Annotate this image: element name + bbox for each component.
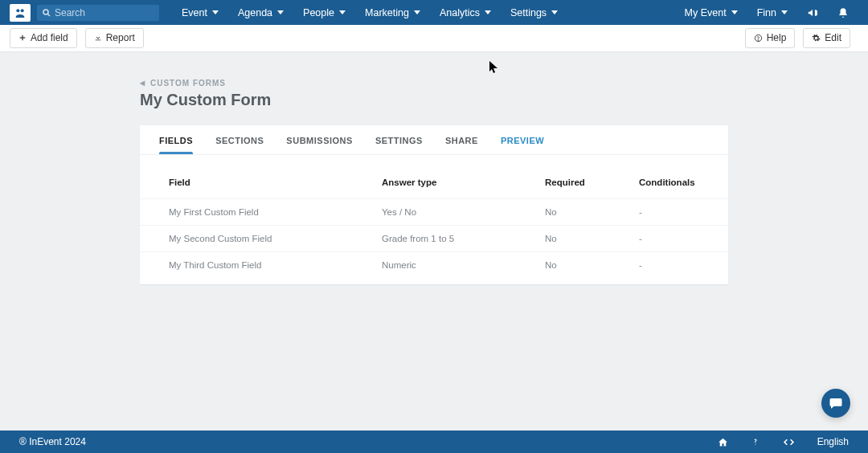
search-container — [37, 5, 159, 21]
cell-conditionals: - — [639, 207, 699, 217]
nav-items: Event Agenda People Marketing Analytics … — [172, 0, 567, 25]
nav-my-event[interactable]: My Event — [675, 0, 747, 25]
tab-fields[interactable]: FIELDS — [148, 125, 204, 154]
table-row[interactable]: My First Custom Field Yes / No No - — [140, 198, 728, 225]
chevron-down-icon — [551, 10, 558, 14]
language-selector[interactable]: English — [817, 436, 849, 447]
tab-share[interactable]: SHARE — [434, 125, 489, 154]
nav-label: Agenda — [238, 7, 272, 18]
chevron-down-icon — [212, 10, 219, 14]
chevron-down-icon — [781, 10, 788, 14]
plus-icon — [18, 34, 27, 42]
chevron-down-icon — [414, 10, 420, 14]
search-icon — [42, 8, 51, 18]
home-icon[interactable] — [718, 437, 728, 447]
nav-label: Event — [182, 7, 207, 18]
svg-point-2 — [43, 10, 48, 14]
table-header: Field Answer type Required Conditionals — [140, 155, 728, 198]
cell-answer-type: Yes / No — [382, 207, 545, 217]
fields-card: FIELDS SECTIONS SUBMISSIONS SETTINGS SHA… — [140, 125, 728, 284]
help-footer-icon[interactable] — [751, 436, 760, 447]
nav-label: Marketing — [365, 7, 409, 18]
edit-button[interactable]: Edit — [803, 28, 850, 47]
th-conditionals: Conditionals — [639, 178, 699, 187]
copyright: ® InEvent 2024 — [19, 436, 86, 447]
main-content: ◂ CUSTOM FORMS My Custom Form FIELDS SEC… — [0, 52, 868, 284]
tab-submissions[interactable]: SUBMISSIONS — [275, 125, 364, 154]
nav-event[interactable]: Event — [172, 0, 228, 25]
tab-sections[interactable]: SECTIONS — [204, 125, 275, 154]
nav-label: My Event — [685, 7, 727, 18]
report-button[interactable]: Report — [85, 28, 144, 47]
app-logo[interactable] — [10, 4, 31, 22]
fields-table: Field Answer type Required Conditionals … — [140, 155, 728, 284]
button-label: Add field — [31, 32, 68, 43]
page-title: My Custom Form — [140, 91, 728, 109]
action-bar: Add field Report Help Edit — [0, 25, 868, 52]
button-label: Help — [767, 32, 787, 43]
chat-icon — [829, 396, 843, 410]
nav-analytics[interactable]: Analytics — [430, 0, 501, 25]
footer: ® InEvent 2024 English — [0, 431, 868, 453]
cell-conditionals: - — [639, 260, 699, 270]
svg-point-1 — [21, 9, 24, 12]
code-icon[interactable] — [783, 437, 795, 447]
cell-answer-type: Grade from 1 to 5 — [382, 234, 545, 243]
nav-people[interactable]: People — [293, 0, 355, 25]
chevron-left-icon: ◂ — [140, 77, 145, 88]
cell-required: No — [545, 207, 639, 217]
breadcrumb-label: CUSTOM FORMS — [150, 79, 226, 88]
help-icon — [754, 34, 763, 43]
nav-label: Analytics — [440, 7, 480, 18]
nav-settings[interactable]: Settings — [501, 0, 567, 25]
nav-label: People — [303, 7, 334, 18]
cell-required: No — [545, 260, 639, 270]
breadcrumb[interactable]: ◂ CUSTOM FORMS — [140, 77, 226, 88]
chat-launcher[interactable] — [821, 389, 850, 418]
svg-point-0 — [16, 9, 19, 12]
search-input[interactable] — [51, 7, 154, 18]
button-label: Report — [106, 32, 135, 43]
chevron-down-icon — [277, 10, 284, 14]
top-navbar: Event Agenda People Marketing Analytics … — [0, 0, 868, 25]
tab-preview[interactable]: PREVIEW — [489, 125, 555, 154]
megaphone-icon[interactable] — [797, 7, 828, 18]
th-field: Field — [169, 178, 382, 187]
bell-icon[interactable] — [828, 7, 858, 18]
cell-field: My Third Custom Field — [169, 260, 382, 270]
cell-field: My Second Custom Field — [169, 234, 382, 243]
nav-agenda[interactable]: Agenda — [228, 0, 293, 25]
chevron-down-icon — [731, 10, 738, 14]
nav-right: My Event Finn — [675, 0, 858, 25]
help-button[interactable]: Help — [745, 28, 796, 47]
nav-marketing[interactable]: Marketing — [355, 0, 430, 25]
table-row[interactable]: My Third Custom Field Numeric No - — [140, 251, 728, 278]
th-required: Required — [545, 178, 639, 187]
add-field-button[interactable]: Add field — [10, 28, 77, 47]
download-icon — [94, 34, 102, 42]
chevron-down-icon — [485, 10, 491, 14]
nav-label: Finn — [757, 7, 776, 18]
nav-label: Settings — [510, 7, 547, 18]
cell-conditionals: - — [639, 234, 699, 243]
cell-answer-type: Numeric — [382, 260, 545, 270]
cell-field: My First Custom Field — [169, 207, 382, 217]
th-answer-type: Answer type — [382, 178, 545, 187]
gear-icon — [812, 34, 821, 43]
button-label: Edit — [825, 32, 841, 43]
table-row[interactable]: My Second Custom Field Grade from 1 to 5… — [140, 225, 728, 251]
cell-required: No — [545, 234, 639, 243]
tab-settings[interactable]: SETTINGS — [364, 125, 434, 154]
tabs: FIELDS SECTIONS SUBMISSIONS SETTINGS SHA… — [140, 125, 728, 155]
chevron-down-icon — [339, 10, 346, 14]
nav-user[interactable]: Finn — [747, 0, 797, 25]
svg-point-7 — [758, 40, 759, 41]
svg-line-3 — [48, 14, 51, 16]
